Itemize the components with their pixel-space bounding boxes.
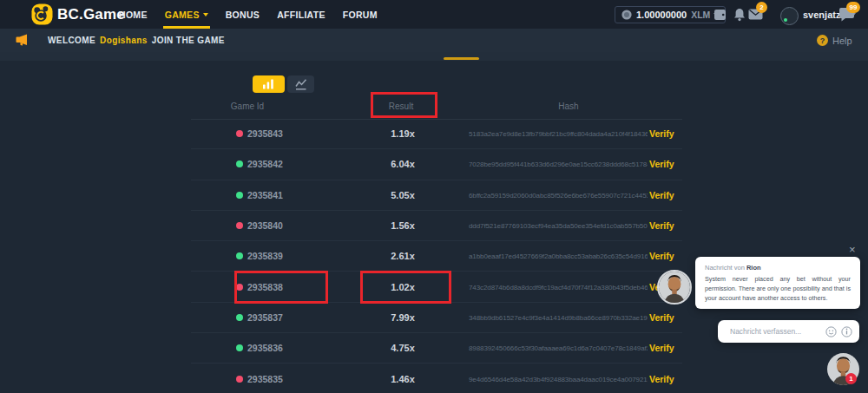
status-dot [236,252,243,259]
table-row: 2935839 2.61x a1bb0eaaf17ed4527669f2a0bb… [191,241,682,272]
result-value: 1.56x [351,220,455,231]
table-body: 2935843 1.19x 5183a2ea7e9d8e13fb79bbf21b… [191,119,682,393]
line-chart-icon [295,79,307,90]
verify-link[interactable]: Verify [649,159,674,169]
join-the-game-label: JOIN THE GAME [152,36,225,45]
verify-link[interactable]: Verify [649,190,674,200]
chat-message-card: Nachricht von Rion System never placed a… [695,257,860,309]
mail-badge: 2 [756,2,767,13]
table-row: 2935843 1.19x 5183a2ea7e9d8e13fb79bbf21b… [191,119,682,149]
game-id: 2935842 [247,159,283,169]
welcome-username[interactable]: Dogishans [100,36,148,45]
verify-link[interactable]: Verify [649,128,674,139]
nav-item-home[interactable]: HOME [119,0,148,29]
table-row: 2935842 6.04x 7028be95dd95f441b633d6d296… [191,149,682,180]
nav-item-bonus[interactable]: BONUS [226,0,260,29]
nav-item-forum[interactable]: FORUM [343,0,378,29]
table-row: 2935840 1.56x ddd7f521e87769103ecf94ea35… [191,211,682,241]
hash-value: ddd7f521e87769103ecf94ea35da50ee354efd1c… [469,222,648,230]
trend-view-button[interactable] [287,75,314,93]
chart-view-button[interactable] [253,75,285,93]
coin-icon [621,10,632,20]
wallet-button[interactable] [713,0,727,29]
result-value: 7.99x [351,312,455,323]
chat-input[interactable] [730,327,821,336]
table-row: 2935835 1.46x 9e4d6546d4e58a42d3b4f92488… [191,364,682,393]
bar-chart-icon [262,79,275,89]
tab-indicator [444,57,479,60]
question-mark-icon: ? [817,35,828,46]
presence-indicator [784,18,787,22]
chat-badge: 99 [846,2,860,13]
user-avatar[interactable] [780,7,799,25]
bell-icon [733,8,746,22]
hash-value: 348bb9db61527e4c9f3e4a1414d9b8ba66ce8970… [469,313,648,321]
wallet-icon [713,9,727,21]
result-value: 5.05x [351,190,455,200]
hash-value: 8988392450666c53f30afaaaea69c1d6a7c0407e… [469,344,648,352]
announcement-bar: WELCOME Dogishans JOIN THE GAME ? Help [0,29,868,52]
megaphone-icon [16,34,30,46]
hash-value: 7028be95dd95f441b633d6d296e0ae15cc6238dd… [469,160,648,168]
close-icon[interactable]: × [849,244,856,255]
status-dot [236,192,243,199]
verify-link[interactable]: Verify [649,251,674,261]
verify-link[interactable]: Verify [649,374,674,384]
result-value: 6.04x [351,159,455,169]
hash-value: a1bb0eaaf17ed4527669f2a0bba8cc53abab26c6… [469,252,648,260]
message-sender-line: Nachricht von Rion [705,264,851,272]
sender-avatar [657,270,692,305]
nav-item-affiliate[interactable]: AFFILIATE [277,0,326,29]
message-text: System never placed any bet without your… [705,275,851,303]
notifications-button[interactable] [733,0,746,29]
annotation-box-game-id [234,271,328,304]
game-id: 2935835 [247,374,283,384]
column-header-game-id: Game Id [204,99,291,113]
welcome-label: WELCOME [48,36,95,45]
game-id: 2935836 [247,343,283,353]
annotation-box-result-value [360,271,451,304]
table-row: 2935837 7.99x 348bb9db61527e4c9f3e4a1414… [191,303,682,333]
table-row: 2935836 4.75x 8988392450666c53f30afaaaea… [191,333,682,364]
annotation-box-result-header [371,92,437,118]
result-value: 2.61x [351,251,455,261]
table-row: 2935841 5.05x 6bffc2a59159d2060d0abc85f5… [191,180,682,211]
game-id: 2935843 [247,128,283,139]
nav-item-games[interactable]: GAMES [165,0,208,29]
status-dot [236,376,243,383]
hash-value: 5183a2ea7e9d8e13fb79bbf21bc9ffc804dada4a… [469,130,648,138]
game-id: 2935841 [247,190,283,200]
status-dot [236,222,243,229]
result-value: 1.19x [351,128,455,139]
balance-amount: 1.00000000 [636,10,687,20]
hash-value: 9e4d6546d4e58a42d3b4f924883baa4daac019ce… [469,375,648,383]
verify-link[interactable]: Verify [649,220,674,231]
tab-bar-strip [0,52,868,61]
chevron-down-icon [203,13,208,16]
status-dot [236,344,243,351]
info-icon[interactable] [841,326,852,337]
currency-label: XLM [691,10,710,20]
balance-selector[interactable]: 1.00000000 XLM [615,6,726,23]
hash-value: 6bffc2a59159d2060d0abc85f526e6be676e5590… [469,191,648,199]
bc-logo-icon[interactable] [31,3,53,25]
emoji-icon[interactable] [825,326,837,337]
message-sender-name: Rion [746,264,761,272]
result-value: 1.46x [351,374,455,384]
game-id: 2935839 [247,251,283,261]
game-id: 2935837 [247,312,283,323]
verify-link[interactable]: Verify [649,312,674,323]
main-nav: HOME GAMES BONUS AFFILIATE FORUM [119,0,378,29]
header: BC.Game HOME GAMES BONUS AFFILIATE FORUM… [0,0,868,29]
verify-link[interactable]: Verify [649,343,674,353]
column-header-hash: Hash [521,99,616,113]
help-link[interactable]: ? Help [817,29,852,52]
status-dot [236,130,243,137]
status-dot [236,314,243,321]
unread-badge: 1 [845,373,857,384]
game-id: 2935840 [247,220,283,231]
status-dot [236,160,243,167]
result-value: 4.75x [351,343,455,353]
bc-game-page: BC.Game HOME GAMES BONUS AFFILIATE FORUM… [0,0,868,393]
brand-name[interactable]: BC.Game [57,0,125,29]
